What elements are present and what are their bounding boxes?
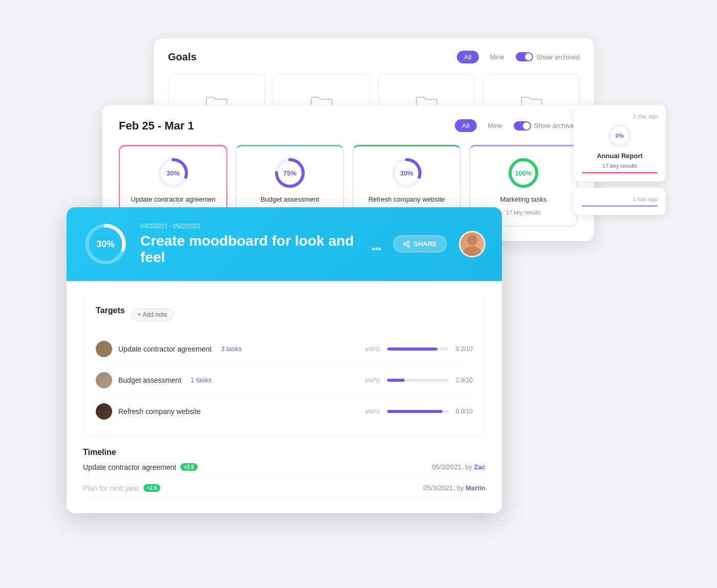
right-card-1-bar: [582, 172, 658, 173]
svg-point-18: [463, 246, 481, 256]
target-2-avatar: [96, 372, 112, 388]
mine-filter-mid[interactable]: Mine: [481, 119, 510, 132]
target-3-enps-label: eNPS: [365, 408, 380, 415]
timeline-section: Timeline Update contractor agreement +2.…: [83, 448, 486, 499]
mine-filter-back[interactable]: Mine: [483, 51, 512, 63]
timeline-1-right: 05/3/2021, by Zac: [432, 463, 486, 471]
goal-card-4-results: 17 key results: [506, 209, 541, 215]
target-3-left: Refresh company website: [96, 403, 201, 420]
right-side-cards: 1 day ago 0% Annual Report 17 key result…: [574, 105, 666, 215]
svg-point-14: [408, 245, 410, 247]
target-1-avatar: [96, 341, 112, 357]
timeline-2-right: 05/3/2021, by Martin: [424, 484, 486, 492]
timeline-title: Timeline: [83, 448, 116, 456]
goal-card-2-percent: 75%: [283, 169, 297, 177]
goals-mid-header: Feb 25 - Mar 1 All Mine Show archived: [119, 119, 578, 133]
targets-section: Targets + Add note Update contractor agr…: [83, 295, 486, 438]
svg-point-12: [408, 241, 410, 243]
svg-point-17: [467, 234, 477, 246]
timeline-2-badge: +2.5: [143, 484, 161, 492]
show-archived-back-toggle-label[interactable]: Show archived: [516, 52, 580, 61]
right-card-1-results: 17 key results: [582, 163, 658, 169]
timeline-2-name: Plan for next year: [83, 484, 139, 492]
share-icon: [403, 241, 410, 248]
show-archived-back-toggle-switch[interactable]: [516, 52, 533, 61]
show-archived-mid-toggle-label[interactable]: Show archived: [514, 121, 578, 130]
target-row-1: Update contractor agreement 3 tasks eNPS…: [96, 334, 473, 365]
goal-detail-title-text: Create moodboard for look and feel: [140, 233, 367, 266]
goals-back-filter-group: All Mine Show archived: [457, 51, 580, 63]
target-2-left: Budget assessment 1 tasks: [96, 372, 212, 388]
goal-card-4-name: Marketing tasks: [500, 195, 546, 203]
target-3-right: eNPS 9.0/10: [365, 408, 473, 415]
add-note-button[interactable]: + Add note: [131, 309, 174, 321]
target-2-value: 2.9/10: [456, 377, 473, 384]
goal-card-1-progress: 30%: [157, 157, 189, 189]
target-2-right: eNPS 2.9/10: [365, 377, 473, 384]
timeline-row-2: Plan for next year +2.5 05/3/2021, by Ma…: [83, 478, 486, 499]
target-row-3: Refresh company website eNPS 9.0/10: [96, 396, 473, 427]
goal-card-3-percent: 30%: [400, 169, 413, 177]
share-label: SHARE: [413, 240, 437, 248]
timeline-1-user: Zac: [474, 463, 486, 471]
target-3-name: Refresh company website: [118, 407, 201, 416]
goal-detail-info: 04/2/2021 - 05/2/2021 Create moodboard f…: [140, 223, 381, 266]
timeline-1-left: Update contractor agreement +2.5: [83, 463, 198, 471]
all-filter-mid[interactable]: All: [455, 119, 476, 132]
goal-detail-body: Targets + Add note Update contractor agr…: [67, 281, 502, 513]
svg-point-13: [404, 243, 406, 245]
svg-line-16: [406, 245, 408, 246]
goal-card-4-percent: 100%: [515, 169, 532, 177]
goal-detail-title-row: Create moodboard for look and feel •••: [140, 233, 381, 266]
target-2-enps-label: eNPS: [365, 377, 380, 383]
target-row-2: Budget assessment 1 tasks eNPS 2.9/10: [96, 365, 473, 396]
user-avatar: [459, 231, 486, 257]
week-title: Feb 25 - Mar 1: [119, 119, 194, 133]
target-3-progress-bar: [387, 410, 449, 413]
goal-card-3-name: Refresh company website: [368, 195, 445, 203]
target-2-progress-bar: [387, 379, 449, 382]
target-1-left: Update contractor agreement 3 tasks: [96, 341, 242, 357]
svg-line-15: [406, 243, 408, 244]
goals-back-title: Goals: [168, 51, 197, 63]
right-card-1-name: Annual Report: [582, 152, 658, 160]
goal-detail-percent: 30%: [96, 238, 115, 249]
all-filter-back[interactable]: All: [457, 51, 478, 63]
right-card-1-time: 1 day ago: [582, 113, 658, 119]
target-1-tasks-link[interactable]: 3 tasks: [221, 345, 242, 353]
more-options-icon[interactable]: •••: [372, 244, 382, 254]
goal-card-1-name: Update contractor agreemen: [131, 195, 215, 203]
timeline-2-user: Martin: [466, 484, 486, 492]
show-archived-mid-toggle-switch[interactable]: [514, 121, 531, 130]
goal-detail-header: 30% 04/2/2021 - 05/2/2021 Create moodboa…: [67, 207, 502, 281]
target-1-progress-bar: [387, 347, 449, 351]
target-1-name: Update contractor agreement: [118, 345, 212, 353]
timeline-1-badge: +2.5: [180, 463, 198, 471]
timeline-1-name: Update contractor agreement: [83, 463, 176, 471]
goal-card-1-percent: 30%: [166, 169, 180, 177]
goal-detail-dates: 04/2/2021 - 05/2/2021: [140, 223, 381, 230]
right-card-2-time: 1 day ago: [582, 196, 658, 202]
goals-back-header: Goals All Mine Show archived: [168, 51, 580, 63]
targets-header: Targets + Add note: [96, 306, 473, 323]
goal-card-4-progress: 100%: [507, 157, 540, 189]
target-1-right: eNPS 8.2/10: [365, 345, 473, 353]
timeline-2-left: Plan for next year +2.5: [83, 484, 160, 492]
right-card-1-progress: 0%: [606, 122, 633, 149]
avatar-image: [460, 232, 484, 256]
goal-card-2-progress: 75%: [273, 157, 306, 189]
right-card-2-bar: [582, 205, 658, 207]
timeline-row-1: Update contractor agreement +2.5 05/3/20…: [83, 457, 486, 478]
right-card-1-percent: 0%: [616, 133, 624, 139]
target-3-value: 9.0/10: [456, 408, 473, 415]
right-card-annual-report[interactable]: 1 day ago 0% Annual Report 17 key result…: [574, 105, 666, 182]
target-1-enps-label: eNPS: [365, 346, 380, 352]
goal-card-3-progress: 30%: [390, 157, 423, 189]
target-1-value: 8.2/10: [456, 345, 473, 353]
goal-detail-panel: 30% 04/2/2021 - 05/2/2021 Create moodboa…: [67, 207, 502, 513]
right-card-2[interactable]: 1 day ago: [574, 188, 666, 215]
targets-title: Targets: [96, 306, 125, 315]
target-2-tasks-link[interactable]: 1 tasks: [191, 376, 212, 384]
share-button[interactable]: SHARE: [393, 235, 447, 252]
goal-card-2-name: Budget assessment: [261, 195, 319, 203]
